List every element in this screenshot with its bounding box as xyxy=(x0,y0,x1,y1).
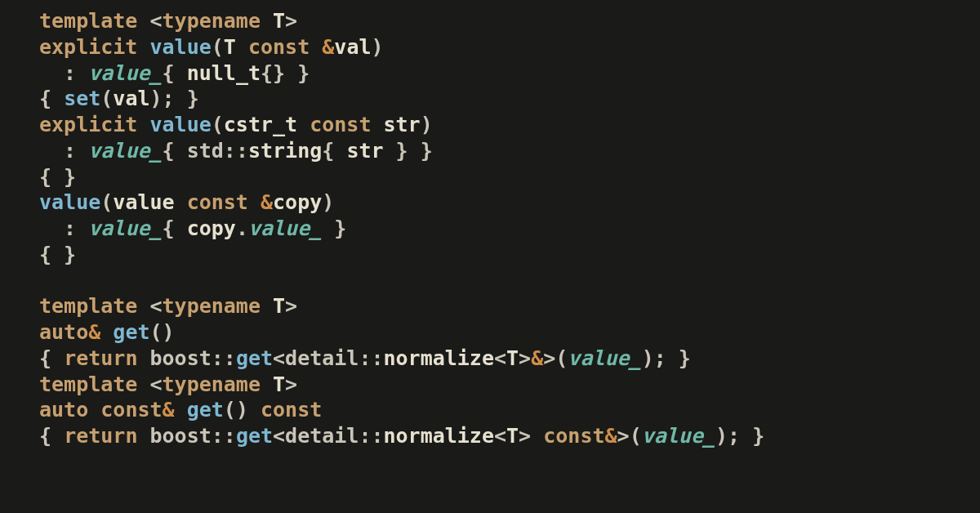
angle5c: > xyxy=(617,424,630,448)
type-null-t: null_t xyxy=(187,61,261,85)
angle3c: > xyxy=(543,346,555,370)
angle4c: > xyxy=(519,346,531,370)
kw-return: return xyxy=(64,346,137,370)
arg-str: str xyxy=(346,139,383,163)
type-T3: T xyxy=(273,294,285,318)
type-normalize: normalize xyxy=(384,346,494,370)
colon3: : xyxy=(64,216,76,240)
angle-close: > xyxy=(285,9,297,33)
fn-set: set xyxy=(64,87,100,110)
fn-boost-get2: get xyxy=(236,424,273,448)
member-value4: value_ xyxy=(568,346,641,370)
kw-const5: const xyxy=(261,398,322,422)
copy-member: value_ xyxy=(248,216,322,240)
paren7: ( xyxy=(630,424,642,448)
fn-get: get xyxy=(113,320,149,344)
angle-open: < xyxy=(149,9,162,33)
param-val: val xyxy=(334,35,371,59)
type-cstr: cstr_t xyxy=(224,113,297,136)
amp: & xyxy=(322,35,334,59)
kw-const3: const xyxy=(187,190,248,214)
member-value: value_ xyxy=(88,61,162,85)
copy-obj: copy xyxy=(187,216,236,240)
paren: ( xyxy=(212,35,224,59)
type-T4: T xyxy=(506,346,519,370)
paren2c: ) xyxy=(421,113,433,136)
paren5c: ); } xyxy=(642,346,691,370)
brace5: { xyxy=(163,216,175,240)
ns-boost: boost xyxy=(150,346,212,370)
type-T: T xyxy=(273,9,285,33)
code-block: template <typename T> explicit value(T c… xyxy=(0,0,980,449)
angle5: < xyxy=(273,424,285,448)
ns-std: std xyxy=(187,139,224,163)
type-normalize2: normalize xyxy=(384,424,494,448)
kw-template2: template xyxy=(39,294,137,318)
args-close: ); } xyxy=(150,87,199,110)
brace3: { xyxy=(163,139,175,163)
arg-val: val xyxy=(113,87,149,110)
paren5: ( xyxy=(555,346,568,370)
member-value2: value_ xyxy=(88,139,162,163)
member-value5: value_ xyxy=(642,424,715,448)
paren7c: ); } xyxy=(715,424,764,448)
paren4: () xyxy=(150,320,175,344)
paren2: ( xyxy=(212,113,224,136)
kw-typename: typename xyxy=(163,9,261,33)
paren3c: ) xyxy=(322,190,334,214)
angle-open3: < xyxy=(149,372,162,396)
scope5: :: xyxy=(359,424,383,448)
angle-close3: > xyxy=(285,372,297,396)
type-T6: T xyxy=(506,424,519,448)
dot: . xyxy=(236,216,248,240)
brace: { xyxy=(163,61,175,85)
args: ( xyxy=(100,87,113,110)
brace4: { xyxy=(322,139,334,163)
ctor-value3: value xyxy=(39,190,100,214)
type-value: value xyxy=(113,190,174,214)
type-T2: T xyxy=(224,35,236,59)
paren3: ( xyxy=(100,190,113,214)
brace6: { xyxy=(39,346,51,370)
kw-auto2: auto xyxy=(39,398,88,422)
amp2: & xyxy=(261,190,273,214)
param-str: str xyxy=(384,113,421,136)
type-string: string xyxy=(248,139,322,163)
kw-typename2: typename xyxy=(163,294,261,318)
colon2: : xyxy=(64,139,76,163)
brace2: {} } xyxy=(261,61,310,85)
kw-template3: template xyxy=(39,372,137,396)
kw-template: template xyxy=(39,9,137,33)
kw-explicit2: explicit xyxy=(39,113,137,136)
angle4: < xyxy=(494,346,506,370)
kw-const6: const xyxy=(543,424,604,448)
ns-detail2: detail xyxy=(285,424,359,448)
ctor-value: value xyxy=(149,35,211,59)
empty-body: { } xyxy=(39,165,76,189)
kw-const2: const xyxy=(310,113,371,136)
scope2: :: xyxy=(212,346,236,370)
brace-open: { xyxy=(39,87,51,110)
kw-const: const xyxy=(248,35,310,59)
param-copy: copy xyxy=(273,190,322,214)
paren-close: ) xyxy=(371,35,383,59)
type-T5: T xyxy=(273,372,285,396)
scope4: :: xyxy=(212,424,236,448)
kw-return2: return xyxy=(64,424,137,448)
ns-detail: detail xyxy=(285,346,359,370)
angle-open2: < xyxy=(149,294,162,318)
kw-auto: auto xyxy=(39,320,88,344)
brace4c: } } xyxy=(396,139,433,163)
scope3: :: xyxy=(359,346,383,370)
brace5c: } xyxy=(334,216,346,240)
scope: :: xyxy=(224,139,248,163)
kw-typename3: typename xyxy=(163,372,261,396)
angle6: < xyxy=(494,424,506,448)
empty-body2: { } xyxy=(39,243,76,266)
fn-boost-get: get xyxy=(236,346,273,370)
member-value3: value_ xyxy=(88,216,162,240)
angle3: < xyxy=(273,346,285,370)
fn-get2: get xyxy=(187,398,224,422)
colon-init: : xyxy=(64,61,76,85)
amp3: & xyxy=(88,320,100,344)
